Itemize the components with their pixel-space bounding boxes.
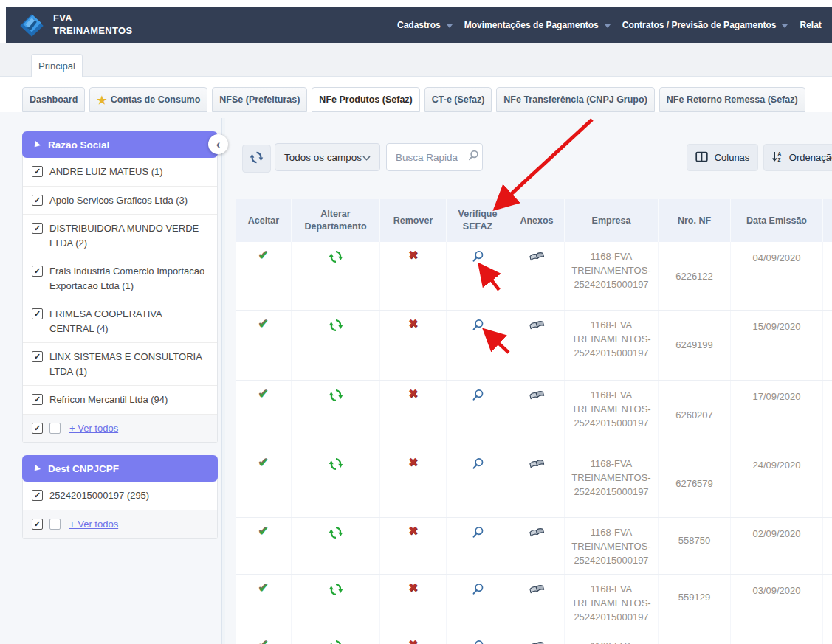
attachments-icon[interactable] bbox=[528, 318, 546, 333]
ver-todos-link[interactable]: + Ver todos bbox=[69, 517, 118, 532]
filter-checkbox[interactable]: ✓ bbox=[32, 223, 43, 234]
sidebar-section-header[interactable]: Razão Social bbox=[22, 131, 218, 158]
cell-aceitar: ✔ bbox=[236, 518, 292, 574]
cell-alterar-departamento bbox=[292, 631, 380, 644]
change-department-icon[interactable] bbox=[329, 249, 343, 266]
tab-principal[interactable]: Principal bbox=[31, 54, 83, 77]
filter-checkbox[interactable]: ✓ bbox=[32, 308, 43, 319]
filter-item[interactable]: ✓FRIMESA COOPERATIVA CENTRAL (4) bbox=[23, 300, 217, 343]
filter-item[interactable]: ✓DISTRIBUIDORA MUNDO VERDE LTDA (2) bbox=[23, 215, 217, 257]
navbar-menu-item-3[interactable]: Relat bbox=[800, 20, 821, 30]
tab-6[interactable]: NFe Retorno Remessa (Sefaz) bbox=[659, 87, 805, 112]
accept-icon[interactable]: ✔ bbox=[258, 639, 269, 644]
column-header-5: Empresa bbox=[565, 199, 659, 242]
verify-sefaz-icon[interactable] bbox=[470, 249, 485, 266]
change-department-icon[interactable] bbox=[329, 457, 343, 474]
attachments-icon[interactable] bbox=[528, 388, 546, 403]
cell-empresa: 1168-FVA TREINAMENTOS-25242015000197 bbox=[565, 449, 659, 517]
filter-checkbox[interactable]: ✓ bbox=[32, 166, 43, 177]
cell-aceitar: ✔ bbox=[236, 242, 292, 310]
panel-divider bbox=[221, 118, 225, 644]
navbar-menu-item-0[interactable]: Cadastros bbox=[397, 20, 453, 30]
accept-icon[interactable]: ✔ bbox=[258, 249, 269, 262]
accept-icon[interactable]: ✔ bbox=[258, 318, 269, 330]
navbar-menu-item-1[interactable]: Movimentações de Pagamentos bbox=[464, 20, 611, 30]
attachments-icon[interactable] bbox=[528, 249, 546, 264]
filter-item[interactable]: ✓25242015000197 (295) bbox=[23, 482, 217, 510]
filter-checkbox[interactable]: ✓ bbox=[32, 351, 43, 362]
search-input[interactable] bbox=[394, 151, 464, 164]
navbar-menu-item-2[interactable]: Contratos / Previsão de Pagamentos bbox=[622, 20, 788, 30]
sidebar-collapse-button[interactable]: ‹ bbox=[208, 134, 228, 154]
field-filter-select[interactable]: Todos os campos bbox=[275, 143, 380, 171]
filter-item[interactable]: ✓Apolo Servicos Graficos Ltda (3) bbox=[23, 187, 217, 215]
tab-1[interactable]: ★Contas de Consumo bbox=[89, 87, 207, 112]
change-department-icon[interactable] bbox=[329, 639, 343, 644]
tab-label: NFSe (Prefeituras) bbox=[219, 94, 300, 105]
remove-icon[interactable]: ✖ bbox=[408, 318, 418, 330]
filter-checkbox[interactable]: ✓ bbox=[32, 195, 43, 206]
refresh-button[interactable] bbox=[242, 145, 271, 173]
filter-item[interactable]: ✓Refricon Mercantil Ltda (94) bbox=[23, 386, 217, 415]
cell-empresa: 1168-FVA TREINAMENTOS-25242015000197 bbox=[565, 518, 659, 574]
unselect-all-checkbox[interactable] bbox=[49, 519, 61, 530]
attachments-icon[interactable] bbox=[528, 582, 546, 597]
filter-item[interactable]: ✓LINX SISTEMAS E CONSULTORIA LTDA (1) bbox=[23, 343, 217, 386]
cell-extra bbox=[823, 242, 832, 310]
unselect-all-checkbox[interactable] bbox=[49, 423, 61, 434]
cell-remover: ✖ bbox=[380, 575, 447, 631]
attachments-icon[interactable] bbox=[528, 639, 546, 644]
verify-sefaz-icon[interactable] bbox=[470, 457, 485, 474]
cell-anexos bbox=[509, 311, 565, 380]
search-icon[interactable] bbox=[467, 149, 480, 165]
remove-icon[interactable]: ✖ bbox=[408, 639, 418, 644]
change-department-icon[interactable] bbox=[329, 318, 343, 335]
attachments-icon[interactable] bbox=[528, 457, 546, 471]
tab-0[interactable]: Dashboard bbox=[22, 87, 85, 112]
verify-sefaz-icon[interactable] bbox=[470, 639, 485, 644]
ver-todos-link[interactable]: + Ver todos bbox=[69, 421, 118, 436]
table-row: ✔✖1168-FVA TREINAMENTOS-2524201500019762… bbox=[236, 311, 832, 381]
accept-icon[interactable]: ✔ bbox=[258, 525, 269, 538]
accept-icon[interactable]: ✔ bbox=[258, 388, 269, 401]
filter-label: 25242015000197 (295) bbox=[49, 488, 149, 503]
attachments-icon[interactable] bbox=[528, 525, 546, 540]
filter-item[interactable]: ✓Frais Industria Comercio Importacao Exp… bbox=[23, 257, 217, 300]
tab-2[interactable]: NFSe (Prefeituras) bbox=[212, 87, 307, 112]
remove-icon[interactable]: ✖ bbox=[408, 457, 418, 468]
select-all-checkbox[interactable]: ✓ bbox=[32, 423, 43, 434]
filter-checkbox[interactable]: ✓ bbox=[32, 266, 43, 277]
filter-checkbox[interactable]: ✓ bbox=[32, 394, 43, 405]
verify-sefaz-icon[interactable] bbox=[470, 388, 485, 405]
top-navbar: FVA TREINAMENTOS CadastrosMovimentações … bbox=[6, 7, 832, 43]
change-department-icon[interactable] bbox=[329, 525, 343, 542]
columns-button[interactable]: Colunas bbox=[687, 144, 758, 171]
verify-sefaz-icon[interactable] bbox=[470, 525, 485, 542]
remove-icon[interactable]: ✖ bbox=[408, 582, 418, 594]
cell-data-emissao: 24/09/2020 bbox=[731, 449, 823, 517]
accept-icon[interactable]: ✔ bbox=[258, 457, 269, 469]
navbar-menu-item-label: Cadastros bbox=[397, 20, 441, 30]
verify-sefaz-icon[interactable] bbox=[470, 318, 485, 335]
tab-5[interactable]: NFe Transferência (CNPJ Grupo) bbox=[496, 87, 655, 112]
sidebar-section-header[interactable]: Dest CNPJCPF bbox=[22, 455, 218, 482]
order-button[interactable]: A Z Ordenação bbox=[763, 144, 832, 171]
filter-item[interactable]: ✓ANDRE LUIZ MATEUS (1) bbox=[23, 158, 217, 187]
cell-data-emissao: 03/09/2020 bbox=[731, 575, 823, 631]
tab-4[interactable]: CT-e (Sefaz) bbox=[424, 87, 492, 112]
cell-nro-nf: 6276579 bbox=[659, 449, 731, 517]
remove-icon[interactable]: ✖ bbox=[408, 249, 418, 261]
remove-icon[interactable]: ✖ bbox=[408, 525, 418, 537]
tab-3[interactable]: NFe Produtos (Sefaz) bbox=[312, 87, 419, 112]
accept-icon[interactable]: ✔ bbox=[258, 582, 269, 595]
filter-checkbox[interactable]: ✓ bbox=[32, 490, 43, 501]
cell-verifique-sefaz bbox=[447, 518, 509, 574]
column-header-7: Data Emissão bbox=[731, 199, 823, 242]
cell-remover: ✖ bbox=[380, 518, 447, 574]
select-all-checkbox[interactable]: ✓ bbox=[32, 519, 43, 530]
change-department-icon[interactable] bbox=[329, 582, 343, 599]
remove-icon[interactable]: ✖ bbox=[408, 388, 418, 400]
svg-text:Z: Z bbox=[777, 157, 780, 162]
change-department-icon[interactable] bbox=[329, 388, 343, 405]
verify-sefaz-icon[interactable] bbox=[470, 582, 485, 599]
